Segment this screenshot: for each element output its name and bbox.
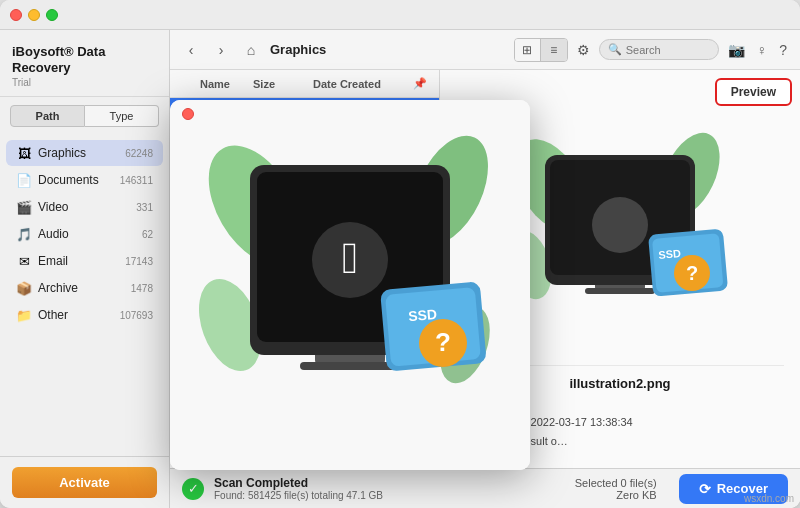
audio-icon: 🎵 [16, 226, 32, 242]
close-button[interactable] [10, 9, 22, 21]
sidebar-tab-group: Path Type [10, 105, 159, 127]
selected-files: Selected 0 file(s) [575, 477, 657, 489]
app-subtitle: Trial [12, 77, 157, 88]
scan-complete-icon: ✓ [182, 478, 204, 500]
documents-icon: 📄 [16, 172, 32, 188]
back-button[interactable]: ‹ [180, 39, 202, 61]
sidebar-item-count: 146311 [120, 175, 153, 186]
grid-view-button[interactable]: ⊞ [515, 39, 541, 61]
checkmark-icon: ✓ [188, 481, 199, 496]
column-date: Date Created [313, 78, 413, 90]
popup-illustration:  SSD ? [195, 125, 505, 445]
date-value: 2022-03-17 13:38:34 [531, 416, 633, 428]
maximize-button[interactable] [46, 9, 58, 21]
column-size: Size [253, 78, 313, 90]
svg-text:?: ? [435, 327, 451, 357]
archive-icon: 📦 [16, 280, 32, 296]
home-icon: ⌂ [247, 42, 255, 58]
camera-button[interactable]: 📷 [725, 40, 748, 60]
minimize-button[interactable] [28, 9, 40, 21]
view-toggle: ⊞ ≡ [514, 38, 568, 62]
svg-text:SSD: SSD [658, 247, 682, 261]
svg-text::  [342, 233, 358, 282]
scan-title: Scan Completed [214, 476, 565, 490]
selected-size: Zero KB [575, 489, 657, 501]
video-icon: 🎬 [16, 199, 32, 215]
search-box: 🔍 [599, 39, 719, 60]
search-icon: 🔍 [608, 43, 622, 56]
sidebar-activate-area: Activate [0, 456, 169, 508]
svg-point-7 [592, 197, 648, 253]
scan-status: Scan Completed Found: 581425 file(s) tot… [214, 476, 565, 501]
titlebar [0, 0, 800, 30]
forward-button[interactable]: › [210, 39, 232, 61]
recover-icon: ⟳ [699, 481, 711, 497]
list-view-icon: ≡ [550, 43, 557, 57]
sidebar-item-count: 107693 [120, 310, 153, 321]
sidebar-item-label: Documents [38, 173, 116, 187]
info-button[interactable]: ♀ [754, 40, 771, 60]
svg-rect-4 [585, 288, 655, 294]
email-icon: ✉ [16, 253, 32, 269]
help-button[interactable]: ? [776, 40, 790, 60]
breadcrumb: Graphics [270, 42, 506, 57]
sidebar-item-count: 1478 [131, 283, 153, 294]
sidebar-item-other[interactable]: 📁 Other 107693 [6, 302, 163, 328]
sidebar-item-label: Graphics [38, 146, 121, 160]
filter-button[interactable]: ⚙ [574, 40, 593, 60]
sidebar-item-count: 62 [142, 229, 153, 240]
sidebar: iBoysoft® Data Recovery Trial Path Type … [0, 30, 170, 508]
sidebar-item-count: 331 [136, 202, 153, 213]
sidebar-item-label: Email [38, 254, 121, 268]
sidebar-item-label: Video [38, 200, 132, 214]
toolbar-icons: ⊞ ≡ ⚙ 🔍 📷 ♀ ? [514, 38, 790, 62]
top-toolbar: ‹ › ⌂ Graphics ⊞ ≡ ⚙ [170, 30, 800, 70]
sidebar-item-label: Archive [38, 281, 127, 295]
sidebar-item-count: 17143 [125, 256, 153, 267]
home-button[interactable]: ⌂ [240, 39, 262, 61]
traffic-lights [10, 9, 58, 21]
file-list-header: Name Size Date Created 📌 [170, 70, 439, 98]
sidebar-item-archive[interactable]: 📦 Archive 1478 [6, 275, 163, 301]
sidebar-item-label: Audio [38, 227, 138, 241]
sidebar-item-label: Other [38, 308, 116, 322]
sidebar-items: 🖼 Graphics 62248 📄 Documents 146311 🎬 Vi… [0, 135, 169, 456]
app-title: iBoysoft® Data Recovery [12, 44, 157, 75]
selected-info: Selected 0 file(s) Zero KB [575, 477, 657, 501]
activate-button[interactable]: Activate [12, 467, 157, 498]
graphics-icon: 🖼 [16, 145, 32, 161]
sidebar-item-email[interactable]: ✉ Email 17143 [6, 248, 163, 274]
column-pin: 📌 [413, 77, 429, 90]
svg-rect-18 [300, 362, 400, 370]
preview-button[interactable]: Preview [715, 78, 792, 106]
sidebar-item-graphics[interactable]: 🖼 Graphics 62248 [6, 140, 163, 166]
other-icon: 📁 [16, 307, 32, 323]
popup-close-button[interactable] [182, 108, 194, 120]
watermark: wsxdn.com [744, 493, 794, 504]
tab-path[interactable]: Path [10, 105, 85, 127]
search-input[interactable] [626, 44, 706, 56]
popup-image-area:  SSD ? [170, 100, 530, 470]
grid-view-icon: ⊞ [522, 43, 532, 57]
sidebar-item-video[interactable]: 🎬 Video 331 [6, 194, 163, 220]
bottom-bar: ✓ Scan Completed Found: 581425 file(s) t… [170, 468, 800, 508]
sidebar-item-documents[interactable]: 📄 Documents 146311 [6, 167, 163, 193]
sidebar-item-count: 62248 [125, 148, 153, 159]
scan-detail: Found: 581425 file(s) totaling 47.1 GB [214, 490, 565, 501]
sidebar-header: iBoysoft® Data Recovery Trial [0, 30, 169, 97]
popup-window[interactable]:  SSD ? [170, 100, 530, 470]
tab-type[interactable]: Type [85, 105, 159, 127]
preview-illustration: ? SSD [500, 125, 740, 325]
column-name: Name [200, 78, 253, 90]
svg-text:?: ? [686, 262, 698, 284]
sidebar-item-audio[interactable]: 🎵 Audio 62 [6, 221, 163, 247]
list-view-button[interactable]: ≡ [541, 39, 567, 61]
